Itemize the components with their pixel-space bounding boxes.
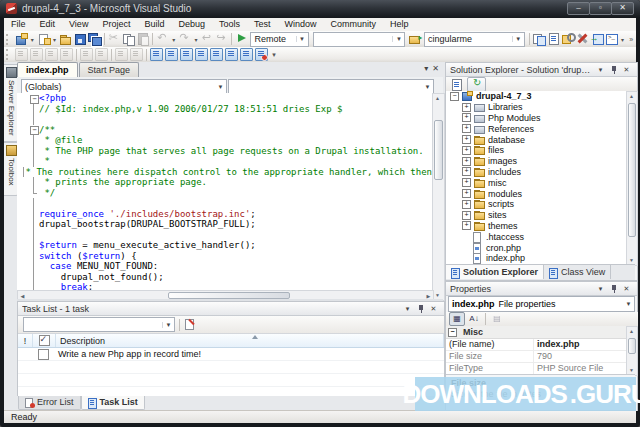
redo-icon[interactable] — [178, 32, 193, 46]
tree-item-references[interactable]: +References — [446, 123, 626, 134]
next-bookmark-document-icon[interactable] — [240, 48, 253, 61]
find-combo[interactable]: cingularme▼ — [424, 32, 525, 47]
menu-tools[interactable]: Tools — [212, 18, 247, 31]
properties-object-combo[interactable]: index.php File properties ▼ — [448, 296, 635, 312]
toolbar-dropdown-icon[interactable]: ▾ — [619, 36, 627, 43]
tree-item-files[interactable]: +files — [446, 145, 626, 156]
member-list-icon[interactable] — [15, 48, 28, 61]
menu-window[interactable]: Window — [277, 18, 323, 31]
menu-view[interactable]: View — [62, 18, 95, 31]
attach-package-icon[interactable] — [407, 32, 422, 46]
toolbox-icon[interactable] — [575, 32, 590, 46]
properties-scrollbar[interactable]: ▲ ▼ — [626, 326, 638, 376]
tree-item-php-modules[interactable]: +Php Modules — [446, 113, 626, 124]
tree-item-misc[interactable]: +misc — [446, 177, 626, 188]
increase-indent-icon[interactable] — [95, 48, 108, 61]
previous-bookmark-icon[interactable] — [165, 48, 178, 61]
toolbar-dropdown-icon[interactable]: ▾ — [170, 36, 178, 43]
parameter-info-icon[interactable] — [30, 48, 43, 61]
bottom-tab-task-list[interactable]: Task List — [81, 396, 145, 410]
expand-icon[interactable]: + — [462, 113, 471, 122]
expand-icon[interactable]: + — [462, 157, 471, 166]
expand-icon[interactable]: + — [462, 146, 471, 155]
copy-icon[interactable] — [121, 32, 136, 46]
toolbar-dropdown-icon[interactable]: ▾ — [192, 36, 200, 43]
save-icon[interactable] — [73, 32, 88, 46]
fold-margin[interactable] — [29, 93, 39, 104]
properties-icon[interactable] — [449, 78, 464, 92]
previous-bookmark-folder-icon[interactable] — [195, 48, 208, 61]
solution-config-combo[interactable]: ▼ — [313, 32, 406, 47]
description-column-header[interactable]: Description — [56, 334, 444, 347]
paste-icon[interactable] — [136, 32, 151, 46]
bottom-tab-error-list[interactable]: Error List — [18, 396, 81, 410]
panel-tab-solution-explorer[interactable]: Solution Explorer — [446, 265, 544, 279]
new-project-icon[interactable] — [14, 32, 29, 46]
menu-file[interactable]: File — [4, 18, 33, 31]
toolbar-overflow-icon[interactable]: » — [626, 36, 636, 43]
tree-item-modules[interactable]: +modules — [446, 188, 626, 199]
close-document-icon[interactable]: ✕ — [432, 64, 439, 73]
expand-icon[interactable]: + — [462, 103, 471, 112]
properties-window-icon[interactable] — [546, 32, 561, 46]
menu-project[interactable]: Project — [95, 18, 137, 31]
tree-item-images[interactable]: +images — [446, 156, 626, 167]
navigate-back-icon[interactable] — [200, 32, 215, 46]
close-panel-icon[interactable]: ✕ — [427, 304, 440, 314]
start-debug-icon[interactable] — [234, 32, 249, 46]
expand-icon[interactable]: + — [462, 167, 471, 176]
expand-icon[interactable]: + — [462, 221, 471, 230]
alphabetical-sort-icon[interactable]: A↓ — [467, 313, 481, 325]
tree-item-scripts[interactable]: +scripts — [446, 199, 626, 210]
fold-margin[interactable] — [29, 125, 39, 136]
task-row[interactable]: Write a new Php app in record time! — [18, 348, 444, 361]
property-row[interactable]: File size790 — [446, 351, 626, 363]
auto-hide-pin-icon[interactable] — [414, 304, 427, 314]
code-editor[interactable]: <?php// $Id: index.php,v 1.90 2006/01/27… — [17, 93, 432, 290]
scope-dropdown[interactable]: (Globals) ▼ — [21, 79, 227, 94]
open-file-icon[interactable] — [58, 32, 73, 46]
add-item-icon[interactable] — [36, 32, 51, 46]
collapse-icon[interactable]: − — [450, 92, 459, 101]
property-row[interactable]: FileTypePHP Source File — [446, 363, 626, 374]
minimize-button[interactable]: – — [567, 2, 590, 15]
solution-explorer-icon[interactable] — [532, 32, 547, 46]
new-task-icon[interactable] — [182, 318, 197, 332]
editor-vertical-scrollbar[interactable]: ▲ ▼ — [432, 93, 445, 301]
undo-icon[interactable] — [155, 32, 170, 46]
command-window-icon[interactable] — [604, 32, 619, 46]
next-bookmark-icon[interactable] — [180, 48, 193, 61]
clear-bookmarks-icon[interactable] — [255, 48, 268, 61]
panel-tab-class-view[interactable]: Class View — [544, 265, 611, 279]
toggle-bookmark-icon[interactable] — [150, 48, 163, 61]
close-button[interactable]: ✕ — [611, 2, 634, 15]
tree-item-database[interactable]: +database — [446, 134, 626, 145]
properties-title-bar[interactable]: Properties ▾ ✕ — [446, 282, 637, 296]
document-tab-start-page[interactable]: Start Page — [79, 62, 140, 77]
tree-item-drupal-4-7-3[interactable]: −drupal-4_7_3 — [446, 91, 626, 102]
quick-info-icon[interactable] — [45, 48, 58, 61]
close-panel-icon[interactable]: ✕ — [620, 65, 633, 75]
solution-explorer-title-bar[interactable]: Solution Explorer - Solution 'drupal-4_7… — [446, 63, 637, 77]
expand-icon[interactable]: + — [462, 124, 471, 133]
close-panel-icon[interactable]: ✕ — [620, 284, 633, 294]
tree-item-themes[interactable]: +themes — [446, 221, 626, 232]
menu-help[interactable]: Help — [383, 18, 416, 31]
property-category-row[interactable]: − Misc — [446, 326, 626, 339]
cut-icon[interactable] — [107, 32, 122, 46]
task-list-filter-combo[interactable]: ▼ — [23, 317, 175, 332]
tree-item-index-php[interactable]: index.php — [446, 253, 626, 264]
complete-word-icon[interactable] — [60, 48, 73, 61]
menu-test[interactable]: Test — [247, 18, 278, 31]
save-all-icon[interactable] — [87, 32, 102, 46]
checkbox-column-header[interactable] — [33, 334, 56, 347]
tree-item-includes[interactable]: +includes — [446, 167, 626, 178]
active-files-dropdown-icon[interactable]: ▾ — [424, 64, 428, 73]
menu-build[interactable]: Build — [137, 18, 171, 31]
object-browser-icon[interactable] — [561, 32, 576, 46]
window-position-icon[interactable]: ▾ — [594, 65, 607, 75]
categorized-view-icon[interactable]: ▦ — [449, 312, 465, 326]
expand-icon[interactable]: + — [462, 135, 471, 144]
tree-item-sites[interactable]: +sites — [446, 210, 626, 221]
previous-bookmark-document-icon[interactable] — [225, 48, 238, 61]
